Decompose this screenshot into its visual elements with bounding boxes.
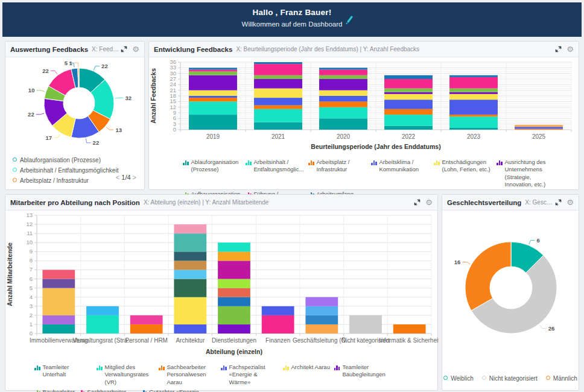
bar-segment[interactable] bbox=[319, 90, 367, 96]
bar-segment[interactable] bbox=[174, 251, 206, 261]
legend-item[interactable]: Ablauforganisation (Prozesse) bbox=[13, 156, 144, 164]
bar-segment[interactable] bbox=[254, 75, 302, 79]
edit-dashboard-pencil-icon[interactable] bbox=[344, 14, 354, 25]
legend-item[interactable]: Männlich bbox=[546, 375, 577, 382]
bar-segment[interactable] bbox=[319, 118, 367, 130]
employees-per-department-stacked-bar-chart[interactable]: 012345678910111213ImmobilienverwaltungVe… bbox=[5, 210, 439, 356]
legend-item[interactable]: Arbeitsklima / Kommunikation bbox=[371, 159, 430, 188]
donut-slice[interactable] bbox=[465, 242, 511, 311]
bar-segment[interactable] bbox=[174, 233, 206, 251]
bar-segment[interactable] bbox=[218, 251, 250, 261]
bar-segment[interactable] bbox=[189, 90, 237, 96]
bar-segment[interactable] bbox=[384, 115, 433, 126]
legend-prev-arrow[interactable]: < bbox=[114, 174, 121, 181]
bar-segment[interactable] bbox=[174, 297, 206, 324]
bar-segment[interactable] bbox=[349, 315, 382, 334]
legend-item[interactable]: Ausrichtung des Unternehmens (Strategie,… bbox=[497, 159, 555, 188]
expand-icon[interactable] bbox=[120, 45, 128, 53]
bar-segment[interactable] bbox=[262, 315, 294, 334]
settings-gear-icon[interactable]: ⚙ bbox=[567, 198, 574, 206]
bar-segment[interactable] bbox=[319, 68, 367, 69]
bar-segment[interactable] bbox=[449, 75, 498, 77]
bar-segment[interactable] bbox=[130, 324, 163, 334]
bar-segment[interactable] bbox=[189, 98, 237, 101]
bar-segment[interactable] bbox=[42, 315, 75, 324]
legend-item[interactable]: Ablauforganisation (Prozesse) bbox=[183, 159, 241, 188]
expand-icon[interactable] bbox=[413, 198, 421, 206]
bar-segment[interactable] bbox=[515, 125, 563, 127]
bar-segment[interactable] bbox=[254, 79, 302, 89]
bar-segment[interactable] bbox=[254, 122, 302, 130]
bar-segment[interactable] bbox=[42, 279, 75, 288]
bar-segment[interactable] bbox=[86, 315, 119, 334]
bar-segment[interactable] bbox=[218, 261, 250, 279]
bar-segment[interactable] bbox=[305, 297, 338, 306]
legend-item[interactable]: Fachspezialist «Energie & Wärme» bbox=[221, 364, 279, 386]
bar-segment[interactable] bbox=[42, 270, 75, 279]
bar-segment[interactable] bbox=[189, 115, 237, 130]
legend-item[interactable]: Sachbearbeiter Buchhaltung bbox=[79, 388, 137, 392]
bar-segment[interactable] bbox=[319, 79, 367, 90]
bar-segment[interactable] bbox=[254, 64, 302, 75]
bar-segment[interactable] bbox=[449, 89, 498, 92]
legend-item[interactable]: Nicht kategorisiert bbox=[482, 375, 538, 382]
legend-item[interactable]: Teamleiter Baubegleitungen bbox=[334, 364, 392, 386]
bar-segment[interactable] bbox=[305, 324, 338, 334]
bar-segment[interactable] bbox=[189, 101, 237, 115]
bar-segment[interactable] bbox=[384, 126, 433, 130]
bar-segment[interactable] bbox=[254, 106, 302, 109]
bar-segment[interactable] bbox=[384, 79, 433, 89]
bar-segment[interactable] bbox=[319, 75, 367, 79]
bar-segment[interactable] bbox=[254, 62, 302, 64]
legend-item[interactable]: Gutachter «Energie & Wärme» bbox=[141, 388, 199, 392]
feedback-category-donut-chart[interactable]: 223213221722102251 bbox=[5, 57, 145, 149]
bar-segment[interactable] bbox=[384, 100, 433, 109]
bar-segment[interactable] bbox=[319, 107, 367, 119]
bar-segment[interactable] bbox=[42, 288, 75, 315]
bar-segment[interactable] bbox=[189, 68, 237, 69]
bar-segment[interactable] bbox=[384, 94, 433, 100]
bar-segment[interactable] bbox=[449, 94, 498, 100]
legend-item[interactable]: Baubegleiter bbox=[34, 388, 75, 392]
legend-item[interactable]: Architekt Aarau bbox=[283, 364, 330, 386]
settings-gear-icon[interactable]: ⚙ bbox=[132, 45, 139, 53]
bar-segment[interactable] bbox=[189, 72, 237, 75]
bar-segment[interactable] bbox=[218, 306, 250, 324]
legend-next-arrow[interactable]: > bbox=[131, 174, 138, 181]
bar-segment[interactable] bbox=[449, 77, 498, 89]
bar-segment[interactable] bbox=[305, 306, 338, 315]
bar-segment[interactable] bbox=[449, 128, 498, 130]
bar-segment[interactable] bbox=[254, 89, 302, 98]
bar-segment[interactable] bbox=[174, 224, 206, 233]
legend-item[interactable]: Sachbearbeiter Personalwesen Aarau bbox=[159, 364, 217, 386]
bar-segment[interactable] bbox=[174, 261, 206, 270]
bar-segment[interactable] bbox=[305, 315, 338, 324]
legend-item[interactable]: Weiblich bbox=[443, 375, 474, 382]
bar-segment[interactable] bbox=[254, 109, 302, 122]
bar-segment[interactable] bbox=[515, 128, 563, 130]
bar-segment[interactable] bbox=[130, 315, 163, 324]
bar-segment[interactable] bbox=[384, 89, 433, 92]
bar-segment[interactable] bbox=[319, 69, 367, 75]
settings-gear-icon[interactable]: ⚙ bbox=[425, 198, 433, 206]
bar-segment[interactable] bbox=[218, 324, 250, 334]
bar-segment[interactable] bbox=[384, 109, 433, 115]
settings-gear-icon[interactable]: ⚙ bbox=[567, 45, 574, 53]
bar-segment[interactable] bbox=[189, 96, 237, 98]
bar-segment[interactable] bbox=[319, 96, 367, 101]
legend-item[interactable]: Arbeitsinhalt / Entfaltungsmöglic... bbox=[246, 159, 304, 188]
bar-segment[interactable] bbox=[449, 115, 498, 116]
bar-segment[interactable] bbox=[449, 92, 498, 94]
bar-segment[interactable] bbox=[218, 279, 250, 288]
bar-segment[interactable] bbox=[174, 279, 206, 297]
bar-segment[interactable] bbox=[449, 116, 498, 128]
feedback-trend-stacked-bar-chart[interactable]: 0369121518212427303336201920212020202220… bbox=[149, 57, 580, 151]
bar-segment[interactable] bbox=[254, 98, 302, 105]
legend-item[interactable]: Arbeitsplatz / Infrastruktur bbox=[308, 159, 367, 188]
bar-segment[interactable] bbox=[384, 75, 433, 79]
bar-segment[interactable] bbox=[189, 69, 237, 71]
bar-segment[interactable] bbox=[218, 242, 250, 251]
bar-segment[interactable] bbox=[515, 127, 563, 128]
bar-segment[interactable] bbox=[449, 100, 498, 115]
legend-item[interactable]: Entschädigungen (Lohn, Ferien, etc.) bbox=[434, 159, 492, 188]
